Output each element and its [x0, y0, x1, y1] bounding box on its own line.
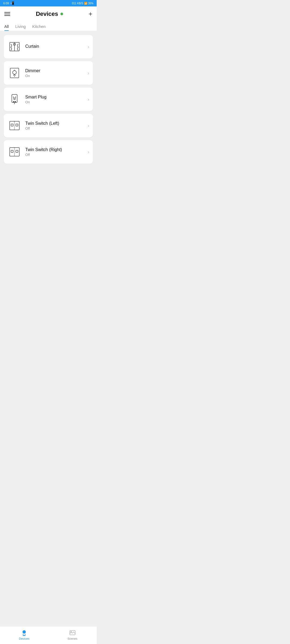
- page-title: Devices: [36, 10, 58, 17]
- svg-point-4: [13, 71, 16, 74]
- svg-rect-17: [16, 124, 18, 126]
- dimmer-info: Dimmer On: [25, 68, 84, 78]
- curtain-info: Curtain: [25, 44, 84, 49]
- svg-rect-20: [11, 150, 13, 152]
- device-list: Curtain › Dimmer On ›: [0, 31, 97, 164]
- whatsapp-icon: 📲: [10, 1, 14, 5]
- device-card-dimmer[interactable]: Dimmer On ›: [4, 61, 93, 85]
- status-right: 011 KB/S 📶 36%: [72, 2, 93, 5]
- curtain-name: Curtain: [25, 44, 84, 49]
- hamburger-menu-button[interactable]: [4, 12, 10, 16]
- online-indicator: [60, 13, 63, 15]
- smart-plug-status: On: [25, 100, 84, 104]
- top-bar: Devices +: [0, 6, 97, 21]
- svg-rect-21: [16, 150, 18, 152]
- twin-switch-right-icon: [8, 145, 21, 159]
- svg-rect-7: [12, 94, 17, 103]
- svg-point-11: [13, 101, 14, 102]
- dimmer-status: On: [25, 74, 84, 78]
- curtain-icon: [8, 40, 21, 54]
- status-left: 6:09 📲: [3, 1, 14, 5]
- smart-plug-chevron: ›: [88, 97, 89, 102]
- curtain-chevron: ›: [88, 44, 89, 50]
- device-card-twin-switch-left[interactable]: Twin Switch (Left) Off ›: [4, 114, 93, 137]
- status-bar: 6:09 📲 011 KB/S 📶 36%: [0, 0, 97, 6]
- smart-plug-icon: [8, 92, 21, 106]
- tab-bar: All Living Kitchen: [0, 21, 97, 31]
- twin-switch-right-name: Twin Switch (Right): [25, 147, 84, 152]
- smart-plug-info: Smart Plug On: [25, 95, 84, 104]
- twin-switch-right-chevron: ›: [88, 149, 89, 155]
- device-card-twin-switch-right[interactable]: Twin Switch (Right) Off ›: [4, 140, 93, 164]
- device-card-smart-plug[interactable]: Smart Plug On ›: [4, 87, 93, 111]
- smart-plug-name: Smart Plug: [25, 95, 84, 100]
- network-speed: 011 KB/S: [72, 2, 83, 5]
- signal-icon: 📶: [84, 2, 87, 5]
- svg-rect-16: [11, 124, 13, 126]
- dimmer-name: Dimmer: [25, 68, 84, 73]
- tab-kitchen[interactable]: Kitchen: [32, 21, 46, 31]
- twin-switch-left-chevron: ›: [88, 123, 89, 129]
- tab-living[interactable]: Living: [15, 21, 26, 31]
- top-bar-center: Devices: [36, 10, 63, 17]
- battery-level: 36%: [88, 2, 93, 5]
- add-device-button[interactable]: +: [89, 11, 92, 17]
- twin-switch-left-icon: [8, 119, 21, 133]
- twin-switch-left-info: Twin Switch (Left) Off: [25, 121, 84, 130]
- svg-point-8: [14, 98, 15, 100]
- twin-switch-right-status: Off: [25, 153, 84, 157]
- svg-point-12: [15, 101, 16, 102]
- twin-switch-left-status: Off: [25, 126, 84, 130]
- dimmer-chevron: ›: [88, 70, 89, 76]
- twin-switch-left-name: Twin Switch (Left): [25, 121, 84, 126]
- time-display: 6:09: [3, 2, 9, 5]
- device-card-curtain[interactable]: Curtain ›: [4, 35, 93, 58]
- tab-all[interactable]: All: [4, 21, 9, 31]
- twin-switch-right-info: Twin Switch (Right) Off: [25, 147, 84, 157]
- dimmer-icon: [8, 66, 21, 80]
